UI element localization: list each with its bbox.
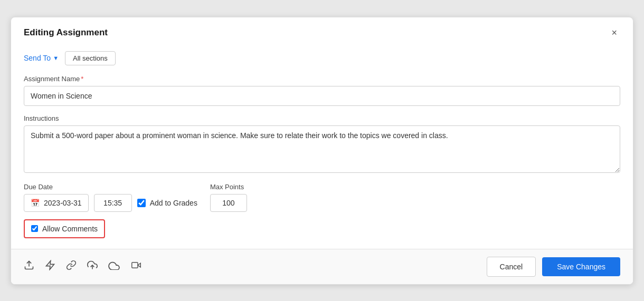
due-date-label: Due Date xyxy=(24,183,197,191)
footer-actions: Cancel Save Changes xyxy=(487,257,620,277)
modal-footer: Cancel Save Changes xyxy=(11,249,633,284)
cloud-icon[interactable] xyxy=(108,260,120,273)
cancel-button[interactable]: Cancel xyxy=(487,257,536,277)
svg-marker-3 xyxy=(138,263,140,267)
due-date-row: Due Date 📅 2023-03-31 Add to Grades Max … xyxy=(24,183,620,212)
send-to-label: Send To xyxy=(24,54,51,62)
svg-marker-1 xyxy=(46,261,54,270)
assignment-name-input[interactable] xyxy=(24,86,620,106)
lightning-icon[interactable] xyxy=(45,260,55,273)
modal-header: Editing Assignment × xyxy=(11,17,633,46)
instructions-label: Instructions xyxy=(24,114,620,122)
modal-title: Editing Assignment xyxy=(24,27,108,38)
save-changes-button[interactable]: Save Changes xyxy=(542,257,620,276)
svg-rect-4 xyxy=(132,263,138,268)
cloud-upload-icon[interactable] xyxy=(87,260,98,273)
footer-icons xyxy=(24,260,142,273)
allow-comments-wrapper: Allow Comments xyxy=(24,219,105,238)
send-to-row: Send To ▼ All sections xyxy=(24,51,620,65)
link-icon[interactable] xyxy=(66,260,77,273)
add-to-grades-label: Add to Grades xyxy=(150,199,197,207)
date-time-row: 📅 2023-03-31 Add to Grades xyxy=(24,194,197,212)
required-indicator: * xyxy=(81,75,83,83)
modal-body: Send To ▼ All sections Assignment Name* … xyxy=(11,46,633,249)
send-to-button[interactable]: Send To ▼ xyxy=(24,54,59,62)
allow-comments-row: Allow Comments xyxy=(24,219,620,238)
max-points-label: Max Points xyxy=(210,183,247,191)
due-date-value: 2023-03-31 xyxy=(44,199,82,207)
video-icon[interactable] xyxy=(130,260,142,273)
close-button[interactable]: × xyxy=(608,27,620,38)
allow-comments-label: Allow Comments xyxy=(42,225,98,233)
date-picker[interactable]: 📅 2023-03-31 xyxy=(24,194,89,212)
editing-assignment-modal: Editing Assignment × Send To ▼ All secti… xyxy=(11,17,633,285)
instructions-field: Instructions Submit a <strong>500-word p… xyxy=(24,114,620,174)
chevron-down-icon: ▼ xyxy=(53,55,59,61)
max-points-section: Max Points xyxy=(210,183,247,212)
due-date-section: Due Date 📅 2023-03-31 Add to Grades xyxy=(24,183,197,212)
instructions-textarea[interactable]: Submit a <strong>500-word paper</strong>… xyxy=(24,125,620,173)
allow-comments-checkbox[interactable] xyxy=(31,225,38,232)
max-points-input[interactable] xyxy=(210,194,247,212)
add-to-grades-row: Add to Grades xyxy=(137,199,197,207)
time-input[interactable] xyxy=(94,194,132,212)
sections-badge[interactable]: All sections xyxy=(65,51,116,65)
assignment-name-label: Assignment Name* xyxy=(24,75,620,83)
assignment-name-field: Assignment Name* xyxy=(24,75,620,106)
calendar-icon: 📅 xyxy=(31,199,40,207)
add-to-grades-checkbox[interactable] xyxy=(137,199,146,207)
upload-icon[interactable] xyxy=(24,260,34,273)
